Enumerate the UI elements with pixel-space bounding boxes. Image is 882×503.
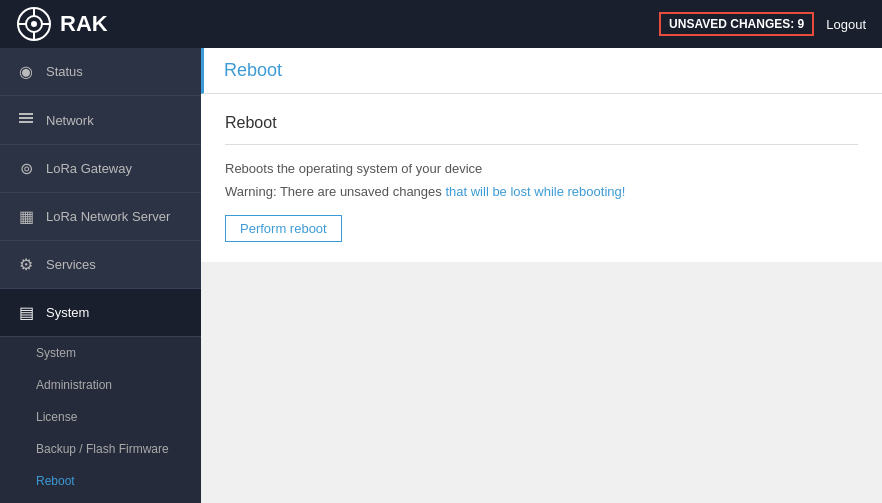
main-content: Reboot Reboot Reboots the operating syst… <box>201 48 882 503</box>
warning-prefix: Warning: There are unsaved changes <box>225 184 445 199</box>
page-title: Reboot <box>224 60 862 81</box>
sidebar-sub-backup-flash[interactable]: Backup / Flash Firmware <box>0 433 201 465</box>
perform-reboot-button[interactable]: Perform reboot <box>225 215 342 242</box>
sidebar-sub-file-browser[interactable]: File Browser <box>0 497 201 503</box>
reboot-card: Reboot Reboots the operating system of y… <box>201 94 882 262</box>
sidebar-item-lora-network-server[interactable]: ▦ LoRa Network Server <box>0 193 201 241</box>
sidebar-item-lora-gateway[interactable]: ⊚ LoRa Gateway <box>0 145 201 193</box>
sidebar-sub-administration[interactable]: Administration <box>0 369 201 401</box>
system-icon: ▤ <box>16 303 36 322</box>
card-title: Reboot <box>225 114 858 145</box>
header-right: UNSAVED CHANGES: 9 Logout <box>659 12 866 36</box>
layout: ◉ Status Network ⊚ LoRa Gateway ▦ LoRa N… <box>0 48 882 503</box>
sidebar-item-services[interactable]: ⚙ Services <box>0 241 201 289</box>
lora-gateway-icon: ⊚ <box>16 159 36 178</box>
svg-rect-9 <box>19 121 33 123</box>
svg-point-2 <box>31 21 37 27</box>
network-icon <box>16 110 36 130</box>
description-text: Reboots the operating system of your dev… <box>225 161 858 176</box>
content-area: Reboot Reboots the operating system of y… <box>201 94 882 503</box>
sidebar-label-services: Services <box>46 257 96 272</box>
sidebar-label-status: Status <box>46 64 83 79</box>
sidebar-label-system: System <box>46 305 89 320</box>
sidebar-sub-system[interactable]: System <box>0 337 201 369</box>
sidebar-label-network: Network <box>46 113 94 128</box>
sidebar-item-system[interactable]: ▤ System <box>0 289 201 337</box>
warning-text: Warning: There are unsaved changes that … <box>225 184 858 199</box>
logout-button[interactable]: Logout <box>826 17 866 32</box>
svg-rect-8 <box>19 117 33 119</box>
sidebar-label-lora-gateway: LoRa Gateway <box>46 161 132 176</box>
svg-rect-7 <box>19 113 33 115</box>
warning-highlight: that will be lost while rebooting! <box>445 184 625 199</box>
sidebar-sub-reboot[interactable]: Reboot <box>0 465 201 497</box>
header: RAK UNSAVED CHANGES: 9 Logout <box>0 0 882 48</box>
logo: RAK <box>16 6 108 42</box>
sidebar-item-status[interactable]: ◉ Status <box>0 48 201 96</box>
sidebar: ◉ Status Network ⊚ LoRa Gateway ▦ LoRa N… <box>0 48 201 503</box>
status-icon: ◉ <box>16 62 36 81</box>
logo-icon <box>16 6 52 42</box>
lora-ns-icon: ▦ <box>16 207 36 226</box>
sidebar-label-lora-ns: LoRa Network Server <box>46 209 170 224</box>
services-icon: ⚙ <box>16 255 36 274</box>
page-header: Reboot <box>201 48 882 94</box>
sidebar-sub-license[interactable]: License <box>0 401 201 433</box>
sidebar-submenu: System Administration License Backup / F… <box>0 337 201 503</box>
unsaved-badge: UNSAVED CHANGES: 9 <box>659 12 814 36</box>
sidebar-item-network[interactable]: Network <box>0 96 201 145</box>
logo-text: RAK <box>60 11 108 37</box>
